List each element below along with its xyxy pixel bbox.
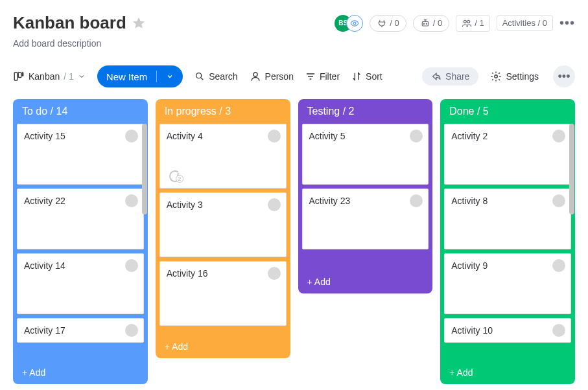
person-filter-button[interactable]: Person — [250, 71, 294, 82]
add-card-button[interactable]: + Add — [13, 361, 148, 384]
toolbar: Kanban / 1 New Item Search Person Filter — [6, 55, 582, 99]
watch-icon — [346, 15, 363, 32]
card-assignee-avatar[interactable] — [268, 198, 281, 211]
scrollbar-thumb[interactable] — [569, 124, 574, 214]
settings-button[interactable]: Settings — [490, 71, 539, 82]
card-title: Activity 2 — [451, 131, 564, 141]
sort-button[interactable]: Sort — [351, 71, 382, 82]
card-assignee-avatar[interactable] — [268, 130, 281, 143]
kanban-card[interactable]: Activity 14 — [17, 253, 144, 314]
svg-point-9 — [196, 73, 202, 78]
automation-button[interactable]: / 0 — [370, 15, 406, 32]
column-body: Activity 2Activity 8Activity 9Activity 1… — [440, 124, 575, 361]
kanban-card[interactable]: Activity 42 — [159, 124, 287, 189]
people-count: / 1 — [475, 18, 484, 28]
comment-count: 2 — [176, 175, 183, 183]
favorite-star-icon[interactable] — [132, 16, 146, 30]
filter-icon — [305, 71, 316, 82]
board-title[interactable]: Kanban board — [13, 13, 126, 33]
activities-button[interactable]: Activities / 0 — [497, 15, 553, 31]
card-title: Activity 8 — [451, 196, 564, 206]
automation-count: / 0 — [390, 18, 399, 28]
svg-point-4 — [464, 20, 466, 23]
people-icon — [462, 18, 472, 29]
filter-button[interactable]: Filter — [305, 71, 340, 82]
search-button[interactable]: Search — [194, 71, 237, 82]
column-header[interactable]: In progress / 3 — [156, 99, 290, 124]
kanban-card[interactable]: Activity 10 — [444, 318, 571, 343]
card-assignee-avatar[interactable] — [125, 130, 138, 143]
kanban-card[interactable]: Activity 15 — [17, 124, 144, 185]
more-menu-icon[interactable]: ••• — [559, 16, 575, 30]
column-header[interactable]: Testing / 2 — [298, 99, 433, 124]
integration-count: / 0 — [433, 18, 442, 28]
settings-label: Settings — [506, 71, 539, 82]
board-description[interactable]: Add board description — [13, 37, 575, 49]
svg-point-2 — [423, 23, 424, 24]
card-assignee-avatar[interactable] — [552, 194, 565, 207]
people-button[interactable]: / 1 — [456, 15, 489, 32]
card-title: Activity 9 — [451, 260, 564, 271]
add-card-button[interactable]: + Add — [298, 270, 433, 293]
svg-rect-7 — [18, 73, 21, 78]
view-label: Kanban — [29, 71, 60, 82]
svg-rect-8 — [22, 73, 23, 76]
card-assignee-avatar[interactable] — [268, 267, 281, 280]
toolbar-more-icon[interactable]: ••• — [553, 65, 575, 87]
new-item-button[interactable]: New Item — [97, 65, 183, 87]
integration-button[interactable]: / 0 — [413, 15, 449, 32]
card-assignee-avatar[interactable] — [552, 130, 565, 143]
column-done: Done / 5Activity 2Activity 8Activity 9Ac… — [440, 99, 575, 384]
column-body: Activity 15Activity 22Activity 14Activit… — [13, 124, 148, 361]
card-assignee-avatar[interactable] — [125, 259, 138, 272]
chevron-down-icon[interactable] — [166, 73, 174, 80]
robot-icon — [420, 18, 430, 29]
column-testing: Testing / 2Activity 5Activity 23+ Add — [298, 99, 433, 293]
kanban-card[interactable]: Activity 16 — [159, 261, 287, 326]
card-assignee-avatar[interactable] — [552, 324, 565, 337]
board-members[interactable]: BS — [335, 15, 363, 32]
svg-point-3 — [426, 23, 427, 24]
card-title: Activity 4 — [167, 131, 279, 141]
view-switcher[interactable]: Kanban / 1 — [13, 71, 86, 82]
card-assignee-avatar[interactable] — [552, 259, 565, 272]
column-progress: In progress / 3Activity 42Activity 3Acti… — [156, 99, 290, 358]
share-icon — [431, 71, 441, 82]
person-label: Person — [265, 71, 294, 82]
card-assignee-avatar[interactable] — [125, 194, 138, 207]
card-title: Activity 10 — [451, 325, 564, 336]
card-title: Activity 22 — [24, 196, 137, 206]
search-icon — [194, 71, 205, 82]
column-body: Activity 42Activity 3Activity 16 — [156, 124, 290, 335]
sort-label: Sort — [366, 71, 382, 82]
kanban-card[interactable]: Activity 3 — [159, 192, 287, 257]
add-card-button[interactable]: + Add — [440, 361, 575, 384]
sort-icon — [351, 71, 362, 82]
card-title: Activity 5 — [309, 131, 422, 141]
filter-label: Filter — [320, 71, 340, 82]
kanban-icon — [13, 71, 25, 82]
button-divider — [156, 71, 157, 82]
svg-point-10 — [253, 73, 257, 76]
svg-rect-6 — [14, 73, 18, 80]
card-title: Activity 14 — [24, 260, 137, 271]
svg-point-5 — [467, 20, 470, 23]
kanban-card[interactable]: Activity 22 — [17, 189, 144, 249]
svg-point-0 — [353, 22, 356, 25]
search-label: Search — [209, 71, 237, 82]
card-assignee-avatar[interactable] — [125, 324, 138, 337]
column-header[interactable]: To do / 14 — [13, 99, 148, 124]
kanban-card[interactable]: Activity 17 — [17, 318, 144, 343]
kanban-card[interactable]: Activity 2 — [444, 124, 571, 185]
new-item-label: New Item — [106, 71, 147, 82]
column-header[interactable]: Done / 5 — [440, 99, 575, 124]
kanban-card[interactable]: Activity 23 — [302, 189, 429, 249]
kanban-card[interactable]: Activity 5 — [302, 124, 429, 185]
comment-icon[interactable]: 2 — [167, 168, 190, 184]
add-card-button[interactable]: + Add — [156, 335, 290, 358]
chevron-down-icon — [78, 73, 86, 80]
kanban-card[interactable]: Activity 8 — [444, 189, 571, 249]
scrollbar-thumb[interactable] — [142, 124, 147, 214]
kanban-card[interactable]: Activity 9 — [444, 253, 571, 314]
share-button[interactable]: Share — [422, 67, 478, 86]
